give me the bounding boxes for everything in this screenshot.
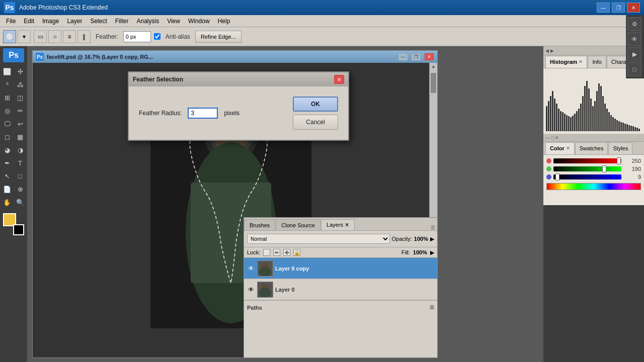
- side-tool-4[interactable]: □: [627, 62, 641, 76]
- fill-arrow[interactable]: ▶: [430, 249, 434, 256]
- green-label: [546, 166, 551, 171]
- document-titlebar: Ps facelift.psd @ 16.7% (Layer 0 copy, R…: [33, 51, 437, 63]
- layer-item-0[interactable]: 👁 Layer 0: [244, 279, 437, 300]
- rect-marquee-btn[interactable]: ▭: [34, 30, 47, 43]
- doc-close-btn[interactable]: ✕: [424, 53, 434, 61]
- history-brush-tool[interactable]: ↩: [14, 118, 26, 130]
- tab-color[interactable]: Color ✕: [545, 142, 575, 154]
- lasso-tool[interactable]: ᵟ: [1, 78, 13, 90]
- title-controls: — ❐ ✕: [597, 3, 640, 13]
- menu-item-image[interactable]: Image: [38, 17, 63, 26]
- menu-item-file[interactable]: File: [2, 17, 20, 26]
- tab-clone-source[interactable]: Clone Source: [276, 219, 320, 230]
- lock-position-btn[interactable]: ✣: [283, 249, 290, 256]
- menu-item-layer[interactable]: Layer: [63, 17, 86, 26]
- layers-blend-mode-select[interactable]: Normal: [247, 234, 390, 244]
- histogram-tab-close[interactable]: ✕: [579, 59, 583, 64]
- feather-cancel-button[interactable]: Cancel: [293, 115, 338, 130]
- green-slider-thumb[interactable]: [602, 165, 606, 172]
- eyedropper-tool[interactable]: ⊕: [14, 183, 26, 195]
- tab-swatches[interactable]: Swatches: [575, 142, 608, 154]
- histogram-tab-label: Histogram: [550, 59, 577, 65]
- color-spectrum-bar[interactable]: [546, 183, 641, 190]
- svg-rect-52: [620, 122, 622, 131]
- magic-wand-tool[interactable]: ⁂: [14, 78, 26, 90]
- move-tool[interactable]: ✣: [14, 65, 26, 77]
- healing-brush-tool[interactable]: ◎: [1, 105, 13, 117]
- maximize-button[interactable]: ❐: [612, 3, 625, 13]
- feather-ok-button[interactable]: OK: [293, 97, 338, 112]
- refine-edge-button[interactable]: Refine Edge...: [195, 31, 242, 43]
- blur-tool[interactable]: ◕: [1, 144, 13, 156]
- eraser-tool[interactable]: ◻: [1, 131, 13, 143]
- green-slider-track[interactable]: [553, 166, 621, 171]
- red-label: [546, 158, 551, 163]
- lock-image-btn[interactable]: ✏: [273, 249, 280, 256]
- layer-0-visibility[interactable]: 👁: [247, 286, 255, 294]
- paths-menu-icon[interactable]: ☰: [430, 305, 434, 310]
- tab-layers-float[interactable]: Layers ✕: [321, 219, 355, 230]
- tab-brushes[interactable]: Brushes: [244, 219, 275, 230]
- dodge-tool[interactable]: ◑: [14, 144, 26, 156]
- lock-transparent-btn[interactable]: [263, 249, 270, 256]
- blue-slider-track[interactable]: [553, 174, 621, 179]
- lasso-dropdown[interactable]: ▾: [18, 30, 31, 43]
- scrollbar-thumb[interactable]: [431, 73, 436, 93]
- layer-item-0-copy[interactable]: 👁 Layer 0 copy: [244, 258, 437, 279]
- tab-info[interactable]: Info: [588, 56, 606, 68]
- minimize-button[interactable]: —: [597, 3, 610, 13]
- doc-maximize-btn[interactable]: ❐: [411, 53, 421, 61]
- svg-rect-59: [634, 127, 636, 131]
- gradient-tool[interactable]: ▦: [14, 131, 26, 143]
- color-collapse-bar[interactable]: — □ ✕: [543, 134, 644, 142]
- feather-radius-input[interactable]: [188, 108, 218, 119]
- zoom-tool[interactable]: 🔍: [14, 196, 26, 208]
- slice-tool[interactable]: ◫: [14, 92, 26, 104]
- side-tool-1[interactable]: ⚙: [627, 17, 641, 31]
- clone-stamp-tool[interactable]: 🖵: [1, 118, 13, 130]
- tab-styles[interactable]: Styles: [608, 142, 632, 154]
- antialias-checkbox[interactable]: [154, 33, 160, 40]
- hand-tool[interactable]: ✋: [1, 196, 13, 208]
- menu-item-view[interactable]: View: [163, 17, 184, 26]
- layer-0-copy-visibility[interactable]: 👁: [247, 264, 255, 273]
- lock-all-btn[interactable]: 🔒: [293, 249, 300, 256]
- crop-tool[interactable]: ⊞: [1, 92, 13, 104]
- side-tool-2[interactable]: 👁: [627, 32, 641, 46]
- close-button[interactable]: ✕: [627, 3, 640, 13]
- opacity-arrow[interactable]: ▶: [430, 236, 434, 242]
- type-tool[interactable]: T: [14, 157, 26, 169]
- marquee-tool[interactable]: ⬜: [1, 65, 13, 77]
- background-color[interactable]: [13, 224, 24, 235]
- col-marquee-btn[interactable]: ‖: [77, 30, 91, 43]
- blue-slider-thumb[interactable]: [555, 173, 559, 180]
- lasso-tool-btn[interactable]: ⚪: [3, 30, 16, 43]
- fill-value: 100%: [413, 249, 427, 255]
- svg-rect-16: [548, 101, 549, 131]
- tab-histogram[interactable]: Histogram ✕: [545, 56, 587, 68]
- menu-item-analysis[interactable]: Analysis: [132, 17, 163, 26]
- ellipse-marquee-btn[interactable]: ○: [48, 30, 61, 43]
- red-slider-thumb[interactable]: [617, 157, 621, 164]
- notes-tool[interactable]: 📄: [1, 183, 13, 195]
- red-slider-track[interactable]: [553, 158, 621, 163]
- menu-item-window[interactable]: Window: [184, 17, 214, 26]
- menu-item-filter[interactable]: Filter: [111, 17, 133, 26]
- menu-bar: FileEditImageLayerSelectFilterAnalysisVi…: [0, 15, 644, 27]
- shape-tool[interactable]: □: [14, 170, 26, 182]
- doc-minimize-btn[interactable]: —: [398, 53, 408, 61]
- feather-input[interactable]: [123, 31, 151, 42]
- row-marquee-btn[interactable]: ≡: [63, 30, 76, 43]
- menu-item-help[interactable]: Help: [214, 17, 234, 26]
- toolbar: ⚪ ▾ ▭ ○ ≡ ‖ Feather: Anti-alias Refine E…: [0, 27, 644, 46]
- menu-item-select[interactable]: Select: [86, 17, 111, 26]
- pen-tool[interactable]: ✒: [1, 157, 13, 169]
- feather-close-btn[interactable]: ✕: [334, 75, 344, 84]
- path-selection-tool[interactable]: ↖: [1, 170, 13, 182]
- brush-tool[interactable]: ✏: [14, 105, 26, 117]
- svg-rect-30: [576, 111, 578, 131]
- tool-row-10: 📄 ⊕: [1, 183, 26, 195]
- side-tool-3[interactable]: ▶: [627, 47, 641, 61]
- menu-item-edit[interactable]: Edit: [20, 17, 38, 26]
- panel-menu-icon[interactable]: ☰: [429, 225, 437, 230]
